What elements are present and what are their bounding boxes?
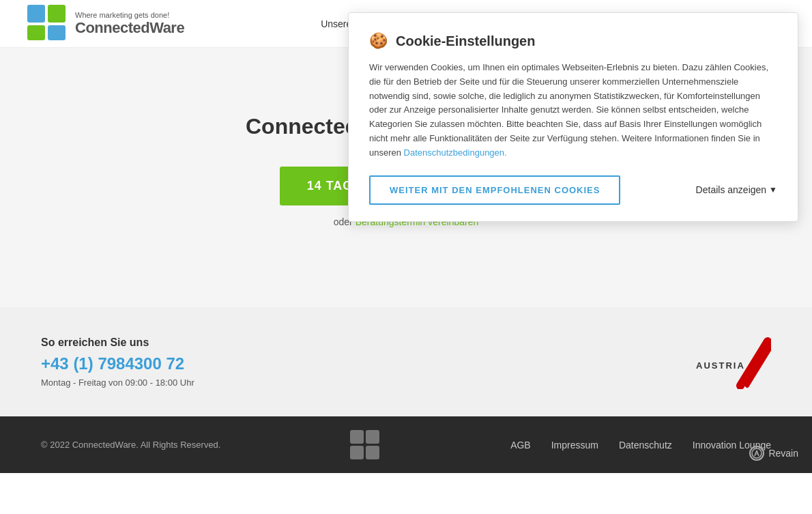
cookie-details-toggle[interactable]: Details anzeigen ▼ [696, 184, 777, 195]
footer-logo-sq2 [366, 430, 379, 444]
contact-phone[interactable]: +43 (1) 7984300 72 [41, 354, 194, 373]
footer-bottom: © 2022 ConnectedWare. All Rights Reserve… [0, 416, 812, 473]
footer-nav-agb[interactable]: AGB [510, 440, 531, 451]
svg-rect-1 [48, 5, 66, 23]
cookie-accept-button[interactable]: WEITER MIT DEN EMPFOHLENEN COOKIES [369, 175, 620, 205]
footer-nav: AGB Impressum Datenschutz Innovation Lou… [510, 440, 771, 451]
revain-icon [749, 446, 764, 461]
svg-text:AUSTRIA: AUSTRIA [696, 360, 745, 371]
footer-logo [350, 430, 381, 459]
logo-name: ConnectedWare [75, 19, 184, 37]
revain-badge[interactable]: Revain [749, 446, 798, 461]
footer-nav-datenschutz[interactable]: Datenschutz [619, 440, 672, 451]
footer-nav-impressum[interactable]: Impressum [551, 440, 598, 451]
cookie-header: 🍪 Cookie-Einstellungen [369, 32, 777, 50]
svg-point-8 [752, 448, 762, 458]
svg-rect-0 [27, 5, 45, 23]
contact-heading: So erreichen Sie uns [41, 337, 194, 349]
svg-rect-2 [27, 25, 45, 40]
austria-logo: AUSTRIA [682, 334, 771, 389]
svg-rect-3 [48, 25, 66, 40]
cookie-title: Cookie-Einstellungen [396, 33, 535, 49]
svg-line-9 [755, 451, 757, 456]
revain-label: Revain [768, 448, 798, 459]
footer-copyright: © 2022 ConnectedWare. All Rights Reserve… [41, 440, 220, 450]
cookie-body: Wir verwenden Cookies, um Ihnen ein opti… [369, 61, 777, 160]
cookie-actions: WEITER MIT DEN EMPFOHLENEN COOKIES Detai… [369, 175, 777, 205]
cookie-popup: 🍪 Cookie-Einstellungen Wir verwenden Coo… [348, 12, 798, 222]
logo-text: Where marketing gets done! ConnectedWare [75, 11, 184, 37]
cookie-icon: 🍪 [369, 32, 388, 50]
contact-hours: Montag - Freitag von 09:00 - 18:00 Uhr [41, 377, 194, 388]
logo-icon [27, 5, 68, 42]
contact-info: So erreichen Sie uns +43 (1) 7984300 72 … [41, 337, 194, 388]
footer-logo-sq1 [350, 430, 364, 444]
chevron-down-icon: ▼ [769, 185, 777, 195]
logo-tagline: Where marketing gets done! [75, 11, 184, 19]
footer-contact: So erreichen Sie uns +43 (1) 7984300 72 … [0, 307, 812, 416]
cookie-privacy-link[interactable]: Datenschutzbedingungen. [404, 147, 507, 158]
footer-logo-sq4 [366, 446, 379, 459]
logo-area[interactable]: Where marketing gets done! ConnectedWare [27, 5, 184, 42]
footer-logo-sq3 [350, 446, 364, 459]
svg-line-10 [757, 451, 759, 456]
